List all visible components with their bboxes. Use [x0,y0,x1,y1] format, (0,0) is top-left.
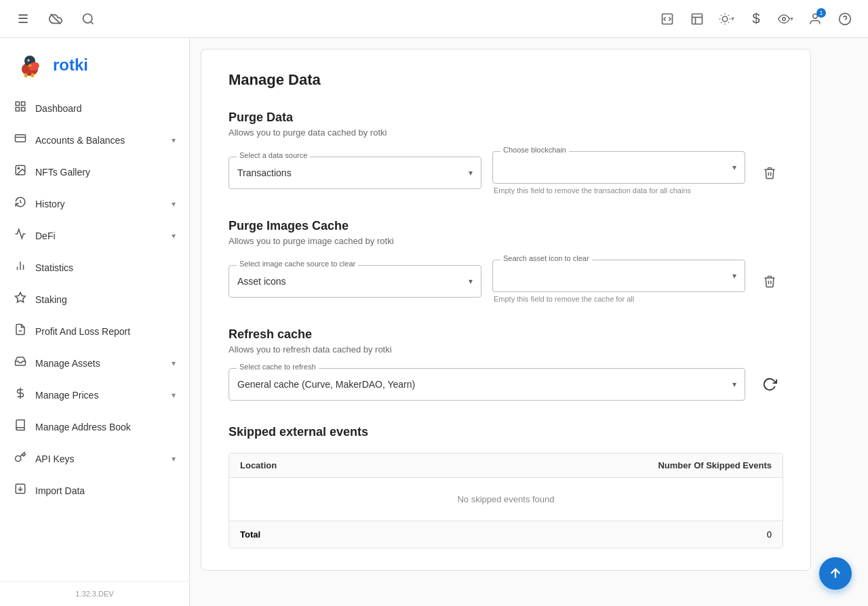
sidebar-item-history[interactable]: History ▾ [0,188,189,220]
sidebar-item-api-keys[interactable]: API Keys ▾ [0,443,189,474]
sidebar-item-manage-address-book[interactable]: Manage Address Book [0,411,189,443]
sidebar-version: 1.32.3.DEV [0,581,189,606]
sidebar-item-label: Accounts & Balances [35,135,163,146]
top-bar-right: ▾ $ ▾ 1 [655,7,857,31]
sidebar-item-label: Dashboard [35,103,176,114]
theme-icon[interactable]: ▾ [715,7,738,31]
cache-select-label: Select cache to refresh [237,363,319,371]
manage-assets-icon [14,355,27,371]
sidebar-item-import-data[interactable]: Import Data [0,474,189,506]
sidebar-item-defi[interactable]: DeFi ▾ [0,220,189,251]
sidebar-item-manage-prices[interactable]: Manage Prices ▾ [0,379,189,411]
sidebar-item-dashboard[interactable]: Dashboard [0,92,189,124]
image-source-input[interactable]: Asset icons Avatars [237,276,469,287]
layout-icon[interactable] [685,7,709,31]
cache-select-input[interactable]: General cache (Curve, MakerDAO, Yearn) O… [237,379,732,390]
blockchain-hint: Empty this field to remove the transacti… [492,186,745,195]
sidebar-item-accounts-balances[interactable]: Accounts & Balances ▾ [0,124,189,156]
purge-images-delete-button[interactable] [756,268,783,295]
purge-data-section: Purge Data Allows you to purge data cach… [229,110,783,195]
svg-line-10 [721,15,722,16]
refresh-cache-section: Refresh cache Allows you to refresh data… [229,327,783,401]
asset-icon-label: Search asset icon to clear [500,254,592,262]
asset-icon-select[interactable]: ▾ [492,260,745,292]
account-icon[interactable]: 1 [803,7,827,31]
table-footer: Total 0 [229,521,783,548]
svg-line-2 [91,21,94,24]
image-source-select[interactable]: Asset icons Avatars ▾ [229,265,481,298]
sidebar-item-label: Import Data [35,485,176,496]
svg-point-23 [28,60,30,62]
chevron-down-icon: ▾ [172,231,176,241]
dashboard-icon [14,100,27,116]
sidebar-nav: Dashboard Accounts & Balances ▾ [0,92,189,581]
skipped-events-title: Skipped external events [229,425,783,439]
svg-point-34 [18,167,19,169]
data-source-input[interactable]: Transactions Exchange trades ENS avatars [237,167,469,178]
svg-rect-31 [16,135,26,142]
svg-rect-25 [24,73,27,77]
sidebar-item-staking[interactable]: Staking [0,283,189,315]
chevron-down-icon: ▾ [732,380,736,389]
sidebar-item-label: Profit And Loss Report [35,326,176,337]
chevron-down-icon: ▾ [172,359,176,368]
profit-loss-icon [14,323,27,339]
sidebar-item-label: Staking [35,294,176,305]
defi-icon [14,228,27,243]
chevron-down-icon: ▾ [469,168,473,178]
accounts-icon [14,132,27,148]
code-icon[interactable] [655,7,679,31]
image-source-field: Select image cache source to clear Asset… [229,265,481,298]
cache-select[interactable]: General cache (Curve, MakerDAO, Yearn) O… [229,368,745,401]
svg-line-11 [728,22,729,22]
content-area: Manage Data Purge Data Allows you to pur… [190,38,868,606]
table-col-location: Location [240,460,506,470]
eye-icon[interactable]: ▾ [774,7,797,31]
sidebar-item-label: NFTs Gallery [35,167,176,178]
refresh-cache-desc: Allows you to refresh data cached by rot… [229,344,783,355]
table-empty-text: No skipped events found [457,494,554,504]
search-icon[interactable] [76,7,100,31]
blockchain-input[interactable] [501,162,732,173]
data-source-label: Select a data source [237,151,310,159]
blockchain-select[interactable]: ▾ [492,151,745,184]
purge-images-section: Purge Images Cache Allows you to purge i… [229,219,783,303]
menu-icon[interactable]: ☰ [11,7,35,31]
currency-icon[interactable]: $ [744,7,768,31]
asset-icon-input[interactable] [501,270,732,281]
top-bar: ☰ [0,0,868,38]
chevron-down-icon: ▾ [469,277,473,286]
skipped-events-section: Skipped external events Location Number … [229,425,783,548]
nft-icon [14,164,27,180]
svg-rect-26 [31,73,34,77]
table-header: Location Number Of Skipped Events [229,453,783,478]
refresh-cache-button[interactable] [756,371,783,398]
table-body-empty: No skipped events found [229,478,783,521]
svg-point-7 [722,16,728,22]
sidebar-item-label: API Keys [35,453,163,464]
svg-rect-27 [16,102,19,105]
manage-prices-icon [14,387,27,403]
help-icon[interactable] [833,7,857,31]
purge-data-delete-button[interactable] [756,159,783,186]
data-source-select[interactable]: Transactions Exchange trades ENS avatars… [229,157,481,189]
api-keys-icon [14,451,27,466]
top-bar-left: ☰ [11,7,100,31]
sidebar-item-statistics[interactable]: Statistics [0,251,189,283]
purge-images-desc: Allows you to purge image cached by rotk… [229,236,783,246]
sidebar-logo: rotki [0,38,189,92]
refresh-cache-title: Refresh cache [229,327,783,342]
address-book-icon [14,419,27,435]
scroll-to-top-button[interactable] [819,557,852,590]
image-source-label: Select image cache source to clear [237,260,358,268]
svg-rect-28 [22,102,25,105]
sidebar-item-nfts[interactable]: NFTs Gallery [0,156,189,188]
cloud-off-icon[interactable] [43,7,68,31]
chevron-down-icon: ▾ [172,136,176,145]
sidebar-item-manage-assets[interactable]: Manage Assets ▾ [0,347,189,379]
blockchain-field: Choose blockchain ▾ Empty this field to … [492,151,745,195]
main-layout: rotki Dashboard Acc [0,38,868,606]
sidebar-item-profit-loss[interactable]: Profit And Loss Report [0,315,189,347]
import-data-icon [14,483,27,498]
asset-icon-hint: Empty this field to remove the cache for… [492,295,745,303]
